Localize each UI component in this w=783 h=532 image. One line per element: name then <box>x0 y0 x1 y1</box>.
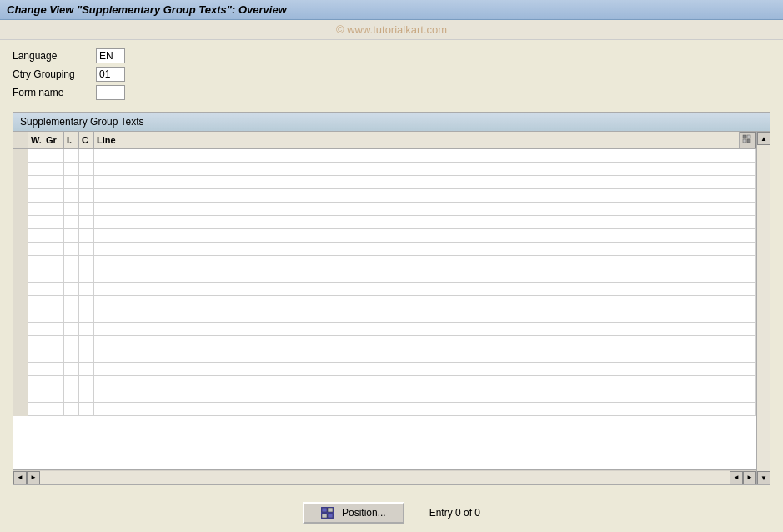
col-header-i: I. <box>64 132 79 148</box>
row-cell-i <box>64 256 79 269</box>
row-cell-i <box>64 376 79 389</box>
row-cell-gr <box>43 296 64 309</box>
row-selector[interactable] <box>13 176 28 189</box>
row-cell-line <box>94 323 756 336</box>
scroll-right3-button[interactable]: ► <box>743 471 756 484</box>
row-cell-c <box>79 189 94 203</box>
row-selector[interactable] <box>13 309 28 323</box>
content-area: Language Ctry Grouping Form name Supplem… <box>0 40 783 494</box>
row-cell-i <box>64 243 79 256</box>
row-selector[interactable] <box>13 243 28 256</box>
table-row <box>13 376 756 389</box>
form-name-input[interactable] <box>96 85 125 100</box>
col-header-c: C <box>79 132 94 148</box>
row-cell-line <box>94 309 756 323</box>
row-selector[interactable] <box>13 323 28 336</box>
col-header-gr: Gr <box>43 132 64 148</box>
row-selector[interactable] <box>13 229 28 243</box>
row-cell-line <box>94 256 756 269</box>
row-cell-gr <box>43 323 64 336</box>
scroll-down-button[interactable]: ▼ <box>757 471 770 484</box>
row-selector[interactable] <box>13 389 28 403</box>
ctry-grouping-row: Ctry Grouping <box>13 67 770 82</box>
position-icon <box>321 507 334 519</box>
row-selector[interactable] <box>13 163 28 176</box>
row-cell-w <box>28 216 43 229</box>
row-cell-gr <box>43 189 64 203</box>
row-cell-i <box>64 216 79 229</box>
row-cell-w <box>28 229 43 243</box>
scroll-right-button[interactable]: ► <box>27 471 40 484</box>
row-cell-c <box>79 283 94 296</box>
table-row <box>13 309 756 323</box>
row-selector[interactable] <box>13 203 28 216</box>
row-selector[interactable] <box>13 403 28 416</box>
row-selector[interactable] <box>13 376 28 389</box>
row-cell-w <box>28 376 43 389</box>
row-selector[interactable] <box>13 189 28 203</box>
row-cell-line <box>94 203 756 216</box>
row-cell-line <box>94 149 756 163</box>
table-row <box>13 283 756 296</box>
scroll-right2-button[interactable]: ◄ <box>730 471 743 484</box>
row-cell-i <box>64 269 79 283</box>
row-selector[interactable] <box>13 349 28 363</box>
row-selector[interactable] <box>13 363 28 376</box>
row-cell-w <box>28 363 43 376</box>
row-cell-w <box>28 149 43 163</box>
row-cell-line <box>94 349 756 363</box>
svg-rect-7 <box>328 514 333 518</box>
language-input[interactable] <box>96 48 125 63</box>
row-cell-w <box>28 203 43 216</box>
horizontal-scrollbar: ◄ ► ◄ ► <box>13 469 756 484</box>
table-row <box>13 269 756 283</box>
svg-rect-4 <box>322 508 327 512</box>
row-cell-line <box>94 163 756 176</box>
row-cell-w <box>28 349 43 363</box>
table-rows-area <box>13 149 756 469</box>
row-selector[interactable] <box>13 283 28 296</box>
row-cell-gr <box>43 363 64 376</box>
row-cell-i <box>64 203 79 216</box>
col-header-line: Line <box>94 132 740 148</box>
row-cell-c <box>79 349 94 363</box>
row-cell-i <box>64 229 79 243</box>
row-cell-w <box>28 336 43 349</box>
language-label: Language <box>13 50 96 62</box>
table-row <box>13 256 756 269</box>
row-selector[interactable] <box>13 149 28 163</box>
row-cell-w <box>28 389 43 403</box>
svg-rect-5 <box>328 508 333 512</box>
scroll-left-button[interactable]: ◄ <box>13 471 27 484</box>
main-window: Change View "Supplementary Group Texts":… <box>0 0 783 532</box>
row-selector[interactable] <box>13 269 28 283</box>
ctry-grouping-input[interactable] <box>96 67 125 82</box>
row-selector[interactable] <box>13 336 28 349</box>
ctry-grouping-label: Ctry Grouping <box>13 68 96 80</box>
row-cell-i <box>64 403 79 416</box>
row-cell-gr <box>43 163 64 176</box>
row-selector[interactable] <box>13 256 28 269</box>
row-cell-line <box>94 216 756 229</box>
table-settings-button[interactable] <box>740 132 756 148</box>
row-cell-gr <box>43 336 64 349</box>
table-row <box>13 243 756 256</box>
table-header-bar: Supplementary Group Texts <box>13 113 770 132</box>
row-selector[interactable] <box>13 296 28 309</box>
svg-rect-0 <box>743 135 746 138</box>
row-cell-c <box>79 296 94 309</box>
row-cell-w <box>28 296 43 309</box>
row-cell-c <box>79 323 94 336</box>
row-cell-gr <box>43 389 64 403</box>
row-cell-i <box>64 309 79 323</box>
position-button[interactable]: Position... <box>303 502 404 524</box>
scroll-up-button[interactable]: ▲ <box>757 132 770 145</box>
row-cell-w <box>28 163 43 176</box>
table-column-headers: W. Gr I. C Line <box>13 132 756 149</box>
row-cell-line <box>94 229 756 243</box>
row-cell-c <box>79 229 94 243</box>
row-cell-gr <box>43 243 64 256</box>
table-row <box>13 349 756 363</box>
row-selector[interactable] <box>13 216 28 229</box>
table-row <box>13 149 756 163</box>
